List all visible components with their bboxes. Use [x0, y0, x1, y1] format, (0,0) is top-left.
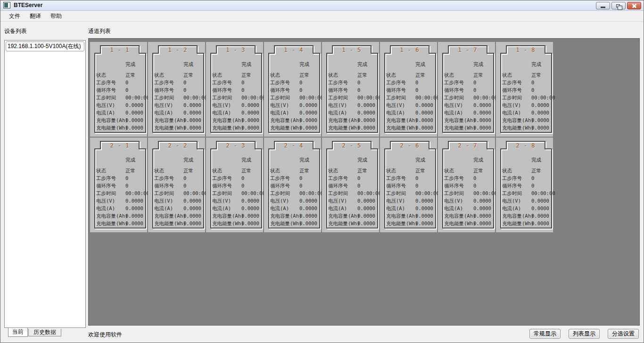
row-value: 0 — [299, 183, 302, 188]
sorting-settings-button[interactable]: 分选设置 — [608, 329, 639, 339]
channel-card[interactable]: 2 - 6 完成 状态正常工步序号0循环序号0工步时间00:00:00电压(V)… — [380, 138, 437, 232]
row-label: 工步序号 — [96, 80, 116, 86]
channel-card[interactable]: 1 - 7 完成 状态正常工步序号0循环序号0工步时间00:00:00电压(V)… — [438, 42, 495, 137]
card-row-step_no: 工步序号0 — [264, 80, 321, 86]
row-label: 工步序号 — [212, 175, 232, 182]
row-value: 0.0000 — [241, 125, 259, 131]
menu-help[interactable]: 帮助 — [46, 11, 66, 22]
card-row-cycle_no: 循环序号0 — [380, 183, 437, 189]
row-value: 0 — [125, 80, 128, 85]
row-value: 正常 — [415, 168, 425, 174]
row-value: 0 — [415, 87, 418, 93]
row-value: 0.0000 — [125, 117, 143, 123]
card-rows: 状态正常工步序号0循环序号0工步时间00:00:00电压(V)0.0000电流(… — [264, 42, 321, 137]
card-row-step_time: 工步时间00:00:00 — [90, 190, 147, 197]
channel-card[interactable]: 1 - 8 完成 状态正常工步序号0循环序号0工步时间00:00:00电压(V)… — [496, 42, 553, 137]
menu-translate[interactable]: 翻译 — [25, 11, 46, 22]
row-label: 电流(A) — [270, 110, 289, 116]
minimize-button[interactable] — [596, 2, 610, 9]
row-value: 0.0000 — [415, 125, 433, 131]
channel-card[interactable]: 2 - 3 完成 状态正常工步序号0循环序号0工步时间00:00:00电压(V)… — [206, 138, 263, 232]
channel-card[interactable]: 2 - 4 完成 状态正常工步序号0循环序号0工步时间00:00:00电压(V)… — [264, 138, 321, 232]
card-row-status: 状态正常 — [438, 72, 495, 79]
channel-card[interactable]: 1 - 1 完成 状态正常工步序号0循环序号0工步时间00:00:00电压(V)… — [90, 42, 147, 137]
row-value: 0.0000 — [357, 125, 375, 131]
row-value: 0.0000 — [183, 205, 201, 211]
row-label: 电流(A) — [502, 205, 521, 212]
row-label: 充电容量(Ah) — [444, 117, 476, 124]
card-row-current: 电流(A)0.0000 — [206, 205, 263, 212]
card-row-step_time: 工步时间00:00:00 — [322, 95, 379, 101]
row-value: 0 — [415, 80, 418, 85]
channel-card[interactable]: 1 - 6 完成 状态正常工步序号0循环序号0工步时间00:00:00电压(V)… — [380, 42, 437, 137]
row-label: 充电能量(Wh) — [212, 125, 244, 131]
row-value: 0 — [299, 175, 302, 181]
row-label: 电流(A) — [154, 110, 173, 116]
card-row-status: 状态正常 — [380, 72, 437, 79]
row-value: 正常 — [183, 72, 193, 79]
row-value: 0.0000 — [473, 213, 491, 219]
row-value: 0.0000 — [531, 117, 549, 123]
card-row-step_no: 工步序号0 — [90, 175, 147, 182]
row-value: 00:00:00 — [125, 95, 149, 100]
row-label: 状态 — [212, 72, 222, 79]
card-row-voltage: 电压(V)0.0000 — [206, 198, 263, 204]
row-label: 工步序号 — [502, 175, 522, 182]
row-value: 0.0000 — [531, 205, 549, 211]
row-label: 充电容量(Ah) — [154, 213, 186, 220]
row-label: 充电容量(Ah) — [154, 117, 186, 124]
channel-card[interactable]: 1 - 4 完成 状态正常工步序号0循环序号0工步时间00:00:00电压(V)… — [264, 42, 321, 137]
restore-button[interactable] — [611, 2, 626, 9]
card-row-voltage: 电压(V)0.0000 — [380, 198, 437, 204]
row-label: 工步序号 — [444, 80, 464, 86]
row-value: 正常 — [357, 168, 367, 174]
menu-file[interactable]: 文件 — [4, 11, 25, 22]
channel-card[interactable]: 2 - 7 完成 状态正常工步序号0循环序号0工步时间00:00:00电压(V)… — [438, 138, 495, 232]
card-row-voltage: 电压(V)0.0000 — [148, 102, 205, 109]
row-value: 0.0000 — [357, 102, 375, 108]
list-display-button[interactable]: 列表显示 — [569, 329, 600, 339]
app-window: BTEServer 文件 翻译 帮助 设备列表 192.168.1.100-5V… — [0, 0, 644, 343]
card-row-step_time: 工步时间00:00:00 — [206, 95, 263, 101]
tab-history-data[interactable]: 历史数据 — [28, 329, 61, 336]
row-label: 充电能量(Wh) — [328, 125, 360, 131]
card-row-cycle_no: 循环序号0 — [496, 183, 553, 189]
channel-card[interactable]: 2 - 1 完成 状态正常工步序号0循环序号0工步时间00:00:00电压(V)… — [90, 138, 147, 232]
card-row-step_no: 工步序号0 — [264, 175, 321, 182]
device-list-item[interactable]: 192.168.1.100-5V100A(在线) — [6, 41, 84, 51]
row-value: 0.0000 — [473, 117, 491, 123]
row-label: 循环序号 — [328, 183, 348, 189]
row-value: 0 — [531, 80, 534, 85]
card-row-step_time: 工步时间00:00:00 — [90, 95, 147, 101]
row-label: 充电容量(Ah) — [212, 117, 244, 124]
row-value: 0 — [357, 87, 360, 93]
row-value: 0.0000 — [299, 220, 317, 226]
card-row-charge_energy: 充电能量(Wh)0.0000 — [148, 125, 205, 131]
row-value: 0 — [241, 80, 244, 85]
card-row-step_time: 工步时间00:00:00 — [322, 190, 379, 197]
row-label: 充电能量(Wh) — [96, 125, 128, 131]
row-value: 0.0000 — [357, 110, 375, 115]
row-value: 0 — [473, 183, 476, 188]
row-label: 充电容量(Ah) — [444, 213, 476, 220]
row-value: 0 — [299, 87, 302, 93]
tab-current[interactable]: 当前 — [8, 328, 28, 337]
device-listbox[interactable]: 192.168.1.100-5V100A(在线) — [4, 40, 86, 328]
channel-card[interactable]: 1 - 2 完成 状态正常工步序号0循环序号0工步时间00:00:00电压(V)… — [148, 42, 205, 137]
row-value: 0.0000 — [415, 102, 433, 108]
card-row-charge_capacity: 充电容量(Ah)0.0000 — [438, 117, 495, 124]
row-label: 工步时间 — [444, 190, 464, 197]
channel-card[interactable]: 2 - 5 完成 状态正常工步序号0循环序号0工步时间00:00:00电压(V)… — [322, 138, 379, 232]
row-value: 0.0000 — [299, 117, 317, 123]
card-row-cycle_no: 循环序号0 — [148, 87, 205, 94]
channel-card[interactable]: 2 - 2 完成 状态正常工步序号0循环序号0工步时间00:00:00电压(V)… — [148, 138, 205, 232]
card-row-current: 电流(A)0.0000 — [380, 205, 437, 212]
channel-card[interactable]: 2 - 8 完成 状态正常工步序号0循环序号0工步时间00:00:00电压(V)… — [496, 138, 553, 232]
channel-card[interactable]: 1 - 3 完成 状态正常工步序号0循环序号0工步时间00:00:00电压(V)… — [206, 42, 263, 137]
row-value: 0 — [357, 183, 360, 188]
row-label: 工步时间 — [154, 95, 174, 101]
channel-card[interactable]: 1 - 5 完成 状态正常工步序号0循环序号0工步时间00:00:00电压(V)… — [322, 42, 379, 137]
close-button[interactable] — [627, 2, 641, 9]
normal-display-button[interactable]: 常规显示 — [529, 329, 561, 339]
row-value: 0.0000 — [473, 125, 491, 131]
